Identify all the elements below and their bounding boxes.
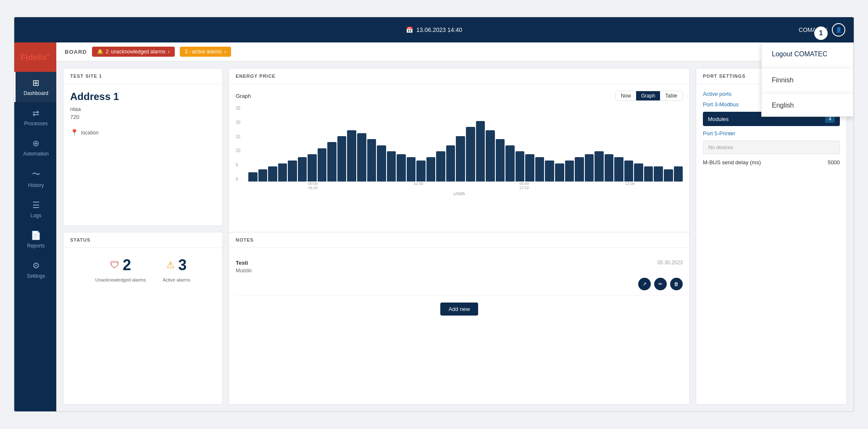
language-finnish[interactable]: Finnish (762, 70, 853, 91)
dashboard-icon: ⊞ (32, 78, 39, 88)
logs-icon: ☰ (32, 200, 40, 210)
graph-controls: Graph Now Graph Table (236, 91, 683, 101)
language-english[interactable]: English (762, 95, 853, 116)
site-sub1: ntaa (70, 106, 216, 112)
graph-btn-group: Now Graph Table (615, 91, 683, 101)
content-area: BOARD 🔔 2 unacknowledged alarms › 3 - ac… (56, 42, 854, 411)
chart-bar (446, 145, 455, 182)
chart-bar (278, 163, 287, 182)
sidebar-label-logs: Logs (30, 213, 41, 218)
chart-bar (397, 154, 406, 182)
btn-graph[interactable]: Graph (636, 91, 660, 100)
logout-button[interactable]: Logout COMATEC (762, 43, 853, 66)
chart-x-labels: 00:0026.02 12:00 00:0027.02 12:00 (260, 182, 683, 190)
chart-bar (516, 151, 525, 182)
page-title: BOARD (65, 49, 87, 55)
chart-bar (476, 121, 485, 182)
chart-bar (377, 145, 386, 182)
btn-now[interactable]: Now (616, 91, 636, 100)
note-item: Testi 05.30.2023 Muistio ↗ ✏ 🗑 (236, 255, 683, 296)
active-stat-count: 3 (178, 256, 187, 274)
mbus-delay-row: M-BUS send delay (ms) 5000 (703, 159, 840, 166)
no-devices-label: No devices (703, 141, 840, 154)
active-stat-row: ⚠ 3 (166, 256, 187, 274)
logo-text: Fidelix® (21, 53, 50, 62)
sidebar-label-history: History (28, 182, 44, 188)
sidebar-item-settings[interactable]: ⚙ Settings (14, 255, 56, 285)
active-label: 3 - active alarms (185, 49, 222, 55)
sub-header: BOARD 🔔 2 unacknowledged alarms › 3 - ac… (56, 42, 854, 61)
chart-bar (407, 157, 416, 182)
status-card-title: STATUS (63, 232, 222, 248)
sidebar-item-automation[interactable]: ⊕ Automation (14, 132, 56, 163)
chart-bar (594, 151, 604, 182)
unack-icon: 🔔 (97, 49, 103, 55)
processes-icon: ⇄ (32, 108, 39, 118)
active-stat-icon: ⚠ (166, 260, 175, 271)
chart-bar (387, 151, 396, 182)
notes-card-title: Notes (229, 232, 689, 248)
mbus-label: M-BUS send delay (ms) (703, 159, 761, 166)
settings-icon: ⚙ (32, 261, 40, 271)
chart-wrapper: 25 20 15 10 5 0 00:0026.02 1 (236, 106, 683, 190)
sidebar-item-reports[interactable]: 📄 Reports (14, 224, 56, 255)
chart-bar (674, 166, 683, 182)
note-delete-btn[interactable]: 🗑 (670, 278, 683, 290)
chart-bars (248, 106, 683, 182)
chart-bar (426, 157, 436, 182)
reports-icon: 📄 (31, 230, 41, 240)
user-avatar[interactable]: 👤 (832, 23, 845, 37)
chart-bar (347, 130, 356, 182)
location-label: location (81, 130, 98, 136)
note-edit-btn[interactable]: ✏ (654, 278, 667, 290)
chart-bar (505, 145, 515, 182)
port5-link[interactable]: Port 5-Printer (703, 130, 840, 137)
location-icon: 📍 (70, 129, 79, 137)
chart-bar (525, 154, 534, 182)
active-stat: ⚠ 3 Active alarms (163, 256, 190, 282)
active-alarms-badge[interactable]: 3 - active alarms › (180, 47, 231, 57)
sidebar-label-reports: Reports (27, 243, 45, 249)
sidebar-item-logs[interactable]: ☰ Logs (14, 194, 56, 224)
chart-bar (486, 130, 495, 182)
chart-bar (436, 151, 445, 182)
unack-stat-count: 2 (123, 256, 131, 274)
notes-card: Notes Testi 05.30.2023 Muistio ↗ ✏ 🗑 Add… (229, 232, 690, 405)
unack-label: unacknowledged alarms (111, 49, 165, 55)
btn-table[interactable]: Table (660, 91, 682, 100)
sidebar-item-processes[interactable]: ⇄ Processes (14, 102, 56, 132)
mbus-value: 5000 (828, 159, 840, 166)
chart-bar (545, 161, 554, 182)
note-header: Testi 05.30.2023 (236, 260, 683, 266)
unack-stat-row: 🛡 2 (110, 256, 131, 274)
chart-bar (357, 133, 366, 182)
sidebar-item-history[interactable]: 〜 History (14, 163, 56, 194)
top-bar: 📅 13.06.2023 14:40 COMATEC 👤 1 Logout CO… (14, 17, 854, 42)
note-date: 05.30.2023 (658, 260, 683, 266)
site-address: Address 1 (70, 91, 216, 103)
site-num: 720 (70, 114, 216, 120)
alarm-stats: 🛡 2 Unacknowledged alarms ⚠ 3 Active ala… (63, 248, 222, 291)
active-arrow: › (224, 49, 226, 55)
sidebar-item-dashboard[interactable]: ⊞ Dashboard (14, 72, 56, 102)
dashboard-grid: TEST SITE 1 Address 1 ntaa 720 📍 locatio… (56, 61, 854, 411)
energy-card-title: Energy Price (229, 68, 689, 84)
site-card: TEST SITE 1 Address 1 ntaa 720 📍 locatio… (63, 68, 223, 226)
unack-stat-icon: 🛡 (110, 260, 119, 271)
unack-arrow: › (168, 49, 170, 55)
port-card: Port Settings Active ports Port 3-Modbus… (696, 68, 847, 405)
unack-stat-label: Unacknowledged alarms (95, 277, 146, 282)
chart-bar (654, 166, 663, 182)
chart-bar (644, 166, 653, 182)
datetime-display: 13.06.2023 14:40 (416, 26, 462, 33)
chart-bar (367, 139, 376, 182)
note-share-btn[interactable]: ↗ (638, 278, 651, 290)
chart-bar (258, 169, 268, 182)
add-new-button[interactable]: Add new (440, 303, 479, 316)
sidebar-label-settings: Settings (27, 273, 45, 279)
chart-bar (605, 154, 614, 182)
active-stat-label: Active alarms (163, 277, 190, 282)
chart-bar (456, 136, 465, 182)
chart-bar (614, 157, 623, 182)
unack-alarms-badge[interactable]: 🔔 2 unacknowledged alarms › (92, 47, 175, 57)
